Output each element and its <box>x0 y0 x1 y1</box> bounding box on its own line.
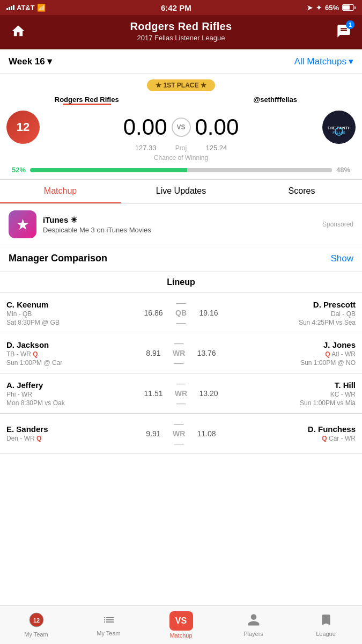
manager-comparison-title: Manager Comparison <box>9 253 107 264</box>
chat-badge: 1 <box>346 20 354 29</box>
ad-subtitle: Despicable Me 3 on iTunes Movies <box>43 226 316 234</box>
position-wr-2: — WR — <box>165 378 197 409</box>
right-team-avatar: THE FANTH FELLAS <box>322 111 356 144</box>
ad-content: iTunes ☀ Despicable Me 3 on iTunes Movie… <box>43 215 316 234</box>
player-list: C. Keenum Min - QB Sat 8:30PM @ GB 16.86… <box>0 293 362 454</box>
week-selector[interactable]: Week 16 ▾ <box>9 56 52 67</box>
right-player-funchess: D. Funchess Q Car - WR <box>216 418 356 449</box>
badge-row: ★ 1ST PLACE ★ <box>0 79 362 96</box>
itunes-icon: ★ <box>9 210 36 238</box>
left-player-name: A. Jeffery <box>6 380 144 390</box>
signal-icon <box>6 5 14 10</box>
right-player-jones: J. Jones Q Atl - WR Sun 1:00PM @ NO <box>216 338 356 369</box>
right-win-pct: 48% <box>336 166 356 174</box>
left-player-info: Phi - WR <box>6 391 144 398</box>
proj-right: 125.24 <box>206 144 356 152</box>
chance-label: Chance of Winning <box>0 154 362 162</box>
home-icon[interactable] <box>9 21 28 41</box>
right-player-name: T. Hill <box>218 380 356 390</box>
left-player-keenum: C. Keenum Min - QB Sat 8:30PM @ GB <box>6 297 144 328</box>
ad-title: iTunes ☀ <box>43 215 316 225</box>
week-bar: Week 16 ▾ All Matchups ▾ <box>0 49 362 74</box>
right-player-info: Dal - QB <box>218 310 356 318</box>
vs-circle: VS <box>172 118 191 137</box>
left-player-jackson: D. Jackson TB - WR Q Sun 1:00PM @ Car <box>6 338 146 369</box>
table-row: A. Jeffery Phi - WR Mon 8:30PM vs Oak 11… <box>0 374 362 414</box>
right-player-score: 11.08 <box>195 418 216 449</box>
matchup-tabs: Matchup Live Updates Scores <box>0 180 362 204</box>
left-win-pct: 52% <box>6 166 26 174</box>
chat-icon[interactable]: 1 <box>334 21 353 41</box>
bluetooth-icon: ✦ <box>316 4 322 12</box>
left-player-name: E. Sanders <box>6 425 146 434</box>
left-player-schedule: Sat 8:30PM @ GB <box>6 319 144 326</box>
manager-comparison-row: Manager Comparison Show <box>0 245 362 272</box>
ad-sun-icon: ☀ <box>70 215 77 225</box>
position-wr-1: — WR — <box>163 338 195 369</box>
right-player-schedule: Sun 1:00PM @ NO <box>216 359 356 367</box>
tab-live-updates[interactable]: Live Updates <box>121 180 241 203</box>
ad-banner[interactable]: ★ iTunes ☀ Despicable Me 3 on iTunes Mov… <box>0 204 362 245</box>
team-names-row: Rodgers Red Rifles @sethfffellas <box>0 96 362 107</box>
proj-label: Proj <box>160 144 203 152</box>
matchups-chevron: ▾ <box>349 56 353 67</box>
first-place-badge: ★ 1ST PLACE ★ <box>147 79 215 91</box>
right-player-schedule: Sun 1:00PM vs Mia <box>218 399 356 407</box>
svg-text:FELLAS: FELLAS <box>333 131 345 134</box>
right-player-hill: T. Hill KC - WR Sun 1:00PM vs Mia <box>218 378 356 409</box>
right-player-info: Q Atl - WR <box>216 350 356 358</box>
matchup-card: ★ 1ST PLACE ★ Rodgers Red Rifles @sethff… <box>0 74 362 180</box>
all-matchups-link[interactable]: All Matchups ▾ <box>294 56 353 67</box>
tab-matchup[interactable]: Matchup <box>0 180 121 203</box>
left-player-jeffery: A. Jeffery Phi - WR Mon 8:30PM vs Oak <box>6 378 144 409</box>
header-center: Rodgers Red Rifles 2017 Fellas Listener … <box>28 20 334 42</box>
battery-icon <box>342 4 356 11</box>
left-player-info: Den - WR Q <box>6 435 146 442</box>
right-player-name: J. Jones <box>216 340 356 349</box>
left-player-score: 11.51 <box>144 378 165 409</box>
position-qb-1: — QB — <box>165 297 197 328</box>
win-bar <box>30 168 332 172</box>
team-underline <box>63 104 111 105</box>
left-player-sanders: E. Sanders Den - WR Q <box>6 418 146 449</box>
win-bar-right <box>187 168 332 172</box>
ad-sponsored-label: Sponsored <box>322 221 353 228</box>
right-team-name: @sethfffellas <box>195 96 356 107</box>
left-player-name: D. Jackson <box>6 340 146 349</box>
table-row: C. Keenum Min - QB Sat 8:30PM @ GB 16.86… <box>0 293 362 333</box>
right-player-name: D. Prescott <box>218 300 356 309</box>
carrier-info: AT&T 📶 <box>6 4 46 12</box>
wifi-icon: 📶 <box>37 4 46 12</box>
show-manager-button[interactable]: Show <box>330 253 353 264</box>
right-player-score: 13.76 <box>195 338 216 369</box>
table-row: D. Jackson TB - WR Q Sun 1:00PM @ Car 8.… <box>0 333 362 374</box>
battery-pct: 65% <box>325 4 339 12</box>
league-subtitle: 2017 Fellas Listener League <box>28 34 334 42</box>
tab-scores[interactable]: Scores <box>241 180 362 203</box>
left-player-schedule: Sun 1:00PM @ Car <box>6 359 146 367</box>
team-title: Rodgers Red Rifles <box>28 20 334 33</box>
itunes-star: ★ <box>16 216 29 233</box>
right-player-schedule: Sun 4:25PM vs Sea <box>218 319 356 326</box>
location-icon: ➤ <box>307 4 313 12</box>
left-player-schedule: Mon 8:30PM vs Oak <box>6 399 144 407</box>
proj-row: 127.33 Proj 125.24 <box>0 144 362 152</box>
win-bar-left <box>30 168 187 172</box>
right-player-score: 19.16 <box>197 297 218 328</box>
left-team-name: Rodgers Red Rifles <box>6 96 167 104</box>
status-right-icons: ➤ ✦ 65% <box>307 4 356 12</box>
right-player-score: 13.20 <box>197 378 218 409</box>
left-player-score: 8.91 <box>146 338 162 369</box>
win-chance-bar: 52% 48% <box>0 164 362 179</box>
teams-row: 12 0.00 VS 0.00 THE FANTH FELLAS <box>0 108 362 146</box>
right-score: 0.00 <box>195 114 319 140</box>
week-chevron: ▾ <box>47 56 52 67</box>
carrier-name: AT&T <box>17 4 35 12</box>
badge-text: ★ 1ST PLACE ★ <box>156 82 206 89</box>
right-player-info: KC - WR <box>218 391 356 398</box>
position-wr-3: — WR — <box>163 418 195 449</box>
right-player-info: Q Car - WR <box>216 435 356 442</box>
lineup-header: Lineup <box>0 272 362 293</box>
week-label: Week 16 <box>9 56 45 67</box>
left-player-name: C. Keenum <box>6 300 144 309</box>
